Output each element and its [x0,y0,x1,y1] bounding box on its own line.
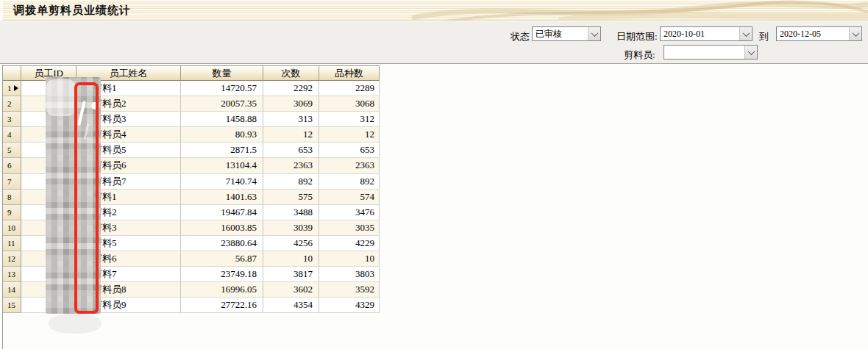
row-number-cell[interactable]: 13 [3,267,21,282]
status-combobox-value: 已审核 [533,27,588,40]
cell-variety-count: 3035 [319,220,380,236]
cell-times: 4354 [263,298,319,313]
status-label: 状态 [511,30,530,43]
column-header-times[interactable]: 次数 [263,66,319,81]
grid-corner-cell [3,66,21,81]
cell-quantity: 1401.63 [181,190,263,205]
chevron-down-icon [591,29,598,37]
row-number-cell[interactable]: 12 [3,251,21,267]
cell-variety-count: 2363 [319,158,380,173]
cell-quantity: 1458.88 [181,112,263,127]
cell-times: 653 [263,143,319,158]
date-from-value: 2020-10-01 [661,27,739,40]
cell-variety-count: 892 [319,174,380,190]
cutter-combobox-dropdown-button[interactable] [744,46,757,59]
date-from-dropdown-button[interactable] [739,27,752,40]
cell-times: 10 [263,251,319,267]
row-number-cell[interactable]: 5 [3,143,21,158]
date-to-value: 2020-12-05 [777,27,849,40]
cell-quantity: 13104.4 [181,158,263,173]
cell-quantity: 56.87 [181,251,263,267]
cell-variety-count: 2289 [319,81,380,96]
cell-times: 3488 [263,205,319,220]
row-number-cell[interactable]: 1 [3,81,21,96]
date-to-label: 到 [759,30,769,43]
cell-times: 2292 [263,81,319,96]
cell-times: 12 [263,127,319,143]
chevron-down-icon [747,48,755,55]
date-from-combobox[interactable]: 2020-10-01 [660,26,753,41]
redaction-red-box [74,82,99,314]
cell-times: 3039 [263,220,319,236]
cutter-combobox-value [664,46,744,59]
cell-variety-count: 4229 [319,236,380,251]
cell-times: 313 [263,112,319,127]
date-range-label: 日期范围: [616,30,658,43]
cell-times: 2363 [263,158,319,173]
status-combobox[interactable]: 已审核 [532,26,601,41]
cell-quantity: 19467.84 [181,205,263,220]
row-number-cell[interactable]: 9 [3,205,21,220]
cell-variety-count: 3803 [319,267,380,282]
cell-times: 575 [263,190,319,205]
row-number-cell[interactable]: 7 [3,174,21,190]
row-number-cell[interactable]: 8 [3,190,21,205]
row-number-cell[interactable]: 4 [3,127,21,143]
cell-times: 3069 [263,96,319,112]
chevron-down-icon [852,29,859,37]
chevron-down-icon [742,29,750,37]
cutter-label: 剪料员: [624,48,655,62]
cell-quantity: 14720.57 [181,81,263,96]
cell-quantity: 16003.85 [181,220,263,236]
date-to-dropdown-button[interactable] [849,27,861,40]
cell-quantity: 80.93 [181,127,263,143]
cell-quantity: 7140.74 [181,174,263,190]
redaction-light-patch [46,79,76,116]
cell-variety-count: 574 [319,190,380,205]
cell-variety-count: 10 [319,251,380,267]
cell-quantity: 16996.05 [181,282,263,298]
row-number-cell[interactable]: 3 [3,112,21,127]
filter-panel: 状态 已审核 日期范围: 2020-10-01 到 2020-12-05 剪料员… [0,21,868,64]
cell-times: 3817 [263,267,319,282]
row-number-cell[interactable]: 15 [3,298,21,313]
column-header-variety-count[interactable]: 品种数 [319,66,380,81]
redaction-fade-bottom [49,314,102,334]
grid-zone: 员工ID 员工姓名 数量 次数 品种数 1 剪料1 14720.57 2292 … [0,64,868,349]
date-to-combobox[interactable]: 2020-12-05 [776,26,862,41]
cell-times: 3602 [263,282,319,298]
cell-quantity: 2871.5 [181,143,263,158]
row-number-cell[interactable]: 2 [3,96,21,112]
cell-quantity: 23749.18 [181,267,263,282]
page-title: 调拨单剪料员业绩统计 [13,4,131,18]
titlebar-wave-decoration [412,0,868,21]
column-header-quantity[interactable]: 数量 [181,66,263,81]
cell-variety-count: 653 [319,143,380,158]
cell-quantity: 23880.64 [181,236,263,251]
cell-quantity: 20057.35 [181,96,263,112]
cell-variety-count: 3592 [319,282,380,298]
cell-variety-count: 4329 [319,298,380,313]
cell-variety-count: 3476 [319,205,380,220]
cell-variety-count: 312 [319,112,380,127]
row-number-cell[interactable]: 11 [3,236,21,251]
title-bar: 调拨单剪料员业绩统计 [0,0,868,21]
cell-times: 892 [263,174,319,190]
cell-times: 4256 [263,236,319,251]
row-number-cell[interactable]: 10 [3,220,21,236]
cutter-combobox[interactable] [664,45,758,60]
row-number-cell[interactable]: 6 [3,158,21,173]
current-row-indicator [14,85,18,91]
cell-variety-count: 12 [319,127,380,143]
cell-variety-count: 3068 [319,96,380,112]
row-number-cell[interactable]: 14 [3,282,21,298]
cell-quantity: 27722.16 [181,298,263,313]
status-combobox-dropdown-button[interactable] [588,27,600,40]
